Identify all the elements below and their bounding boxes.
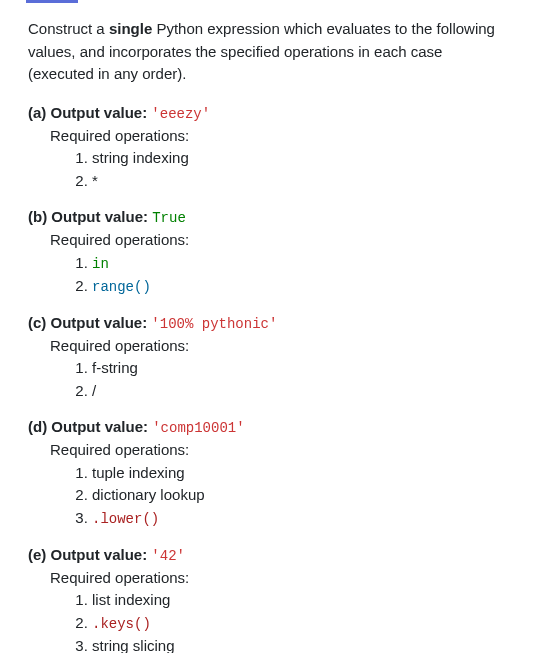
op-item: list indexing	[92, 589, 506, 612]
part-e: (e) Output value: '42' Required operatio…	[28, 544, 506, 654]
required-ops-label: Required operations:	[28, 125, 506, 148]
part-c: (c) Output value: '100% pythonic' Requir…	[28, 312, 506, 403]
op-item: .keys()	[92, 612, 506, 635]
op-in: in	[92, 256, 109, 272]
op-item: f-string	[92, 357, 506, 380]
part-d-header: (d) Output value: 'comp10001'	[28, 416, 506, 439]
intro-paragraph: Construct a single Python expression whi…	[28, 18, 506, 86]
op-keys: .keys()	[92, 616, 151, 632]
part-a-letter: (a)	[28, 104, 51, 121]
part-b-value: True	[152, 210, 186, 226]
op-lower: .lower()	[92, 511, 159, 527]
part-c-ops: f-string /	[28, 357, 506, 402]
part-b-header: (b) Output value: True	[28, 206, 506, 229]
output-label: Output value:	[51, 208, 152, 225]
part-a-value: 'eeezy'	[151, 106, 210, 122]
part-c-letter: (c)	[28, 314, 51, 331]
op-item: string slicing	[92, 635, 506, 654]
part-e-value: '42'	[151, 548, 185, 564]
part-a: (a) Output value: 'eeezy' Required opera…	[28, 102, 506, 193]
part-e-header: (e) Output value: '42'	[28, 544, 506, 567]
part-c-value: '100% pythonic'	[151, 316, 277, 332]
output-label: Output value:	[51, 418, 152, 435]
part-b: (b) Output value: True Required operatio…	[28, 206, 506, 298]
accent-bar	[26, 0, 78, 3]
op-item: range()	[92, 275, 506, 298]
op-item: dictionary lookup	[92, 484, 506, 507]
output-label: Output value:	[51, 104, 152, 121]
part-b-letter: (b)	[28, 208, 51, 225]
op-range: range()	[92, 279, 151, 295]
part-d-letter: (d)	[28, 418, 51, 435]
part-c-header: (c) Output value: '100% pythonic'	[28, 312, 506, 335]
output-label: Output value:	[51, 314, 152, 331]
intro-bold: single	[109, 20, 152, 37]
part-e-letter: (e)	[28, 546, 51, 563]
op-item: .lower()	[92, 507, 506, 530]
required-ops-label: Required operations:	[28, 229, 506, 252]
part-a-header: (a) Output value: 'eeezy'	[28, 102, 506, 125]
op-item: /	[92, 380, 506, 403]
op-item: in	[92, 252, 506, 275]
part-a-ops: string indexing *	[28, 147, 506, 192]
op-item: string indexing	[92, 147, 506, 170]
op-item: tuple indexing	[92, 462, 506, 485]
intro-pre: Construct a	[28, 20, 109, 37]
part-d-value: 'comp10001'	[152, 420, 244, 436]
required-ops-label: Required operations:	[28, 439, 506, 462]
part-d: (d) Output value: 'comp10001' Required o…	[28, 416, 506, 530]
op-item: *	[92, 170, 506, 193]
part-b-ops: in range()	[28, 252, 506, 298]
part-e-ops: list indexing .keys() string slicing	[28, 589, 506, 653]
output-label: Output value:	[51, 546, 152, 563]
part-d-ops: tuple indexing dictionary lookup .lower(…	[28, 462, 506, 530]
required-ops-label: Required operations:	[28, 335, 506, 358]
required-ops-label: Required operations:	[28, 567, 506, 590]
